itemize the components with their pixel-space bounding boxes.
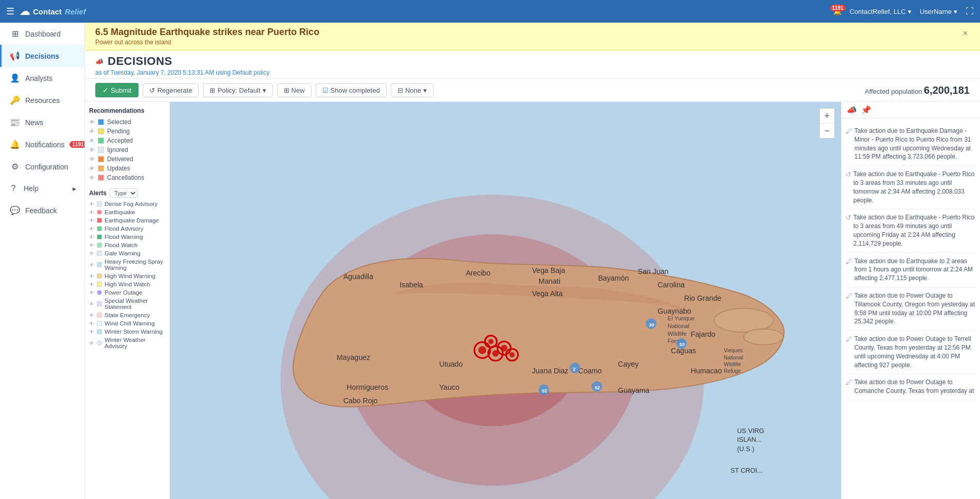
logo-relief-text: Relief [65, 7, 86, 16]
action-text: Take action due to Earthquake - Puerto R… [853, 213, 976, 248]
expand-icon[interactable]: ⛶ [966, 7, 974, 16]
legend-color [98, 119, 104, 125]
alert-close-button[interactable]: × [961, 27, 970, 40]
sidebar-item-decisions[interactable]: 📢 Decisions [0, 45, 84, 67]
sidebar-item-label: Analysts [25, 74, 53, 82]
sidebar-item-resources[interactable]: 🔑 Resources [0, 89, 84, 111]
svg-text:Guayama: Guayama [618, 386, 649, 394]
eye-icon: 👁 [89, 119, 95, 125]
alerts-type-select[interactable]: Type [110, 188, 137, 198]
svg-text:30: 30 [649, 322, 654, 328]
legend-color [98, 128, 104, 134]
alert-item[interactable]: 👁 Flood Advisory [89, 225, 165, 233]
alert-item[interactable]: 👁 Power Outage [89, 288, 165, 297]
news-icon: 📰 [10, 117, 20, 127]
alert-item[interactable]: 👁 Heavy Freezing Spray Warning [89, 257, 165, 272]
zoom-out-button[interactable]: − [820, 124, 834, 138]
policy-button[interactable]: ⊞ Policy: Default ▾ [203, 83, 272, 97]
legend-item[interactable]: 👁 Selected [89, 117, 165, 127]
svg-text:Bayamón: Bayamón [598, 274, 629, 282]
eye-icon: 👁 [89, 137, 95, 144]
hamburger-icon[interactable]: ☰ [6, 6, 14, 17]
eye-icon: 👁 [89, 226, 94, 232]
action-item: ↺ Take action due to Earthquake - Puerto… [846, 166, 976, 209]
alert-item[interactable]: 👁 High Wind Warning [89, 272, 165, 280]
alert-item[interactable]: 👁 Special Weather Statement [89, 297, 165, 311]
alert-item[interactable]: 👁 Earthquake [89, 208, 165, 216]
alert-item[interactable]: 👁 High Wind Watch [89, 280, 165, 288]
alert-item[interactable]: 👁 Dense Fog Advisory [89, 200, 165, 208]
legend-item[interactable]: 👁 Accepted [89, 136, 165, 145]
eye-icon: 👁 [89, 313, 94, 318]
svg-text:Vega Baja: Vega Baja [532, 266, 565, 274]
svg-text:US VIRG: US VIRG [737, 427, 764, 435]
alert-item[interactable]: 👁 Flood Watch [89, 241, 165, 249]
sidebar-item-news[interactable]: 📰 News [0, 111, 84, 133]
right-panel-content: 🖊 Take action due to Earthquake Damage -… [841, 118, 980, 499]
regenerate-button[interactable]: ↺ Regenerate [143, 83, 199, 97]
svg-text:Fajardo: Fajardo [691, 330, 715, 338]
alert-square [97, 321, 102, 326]
alert-label: Gale Warning [105, 250, 141, 256]
sidebar-item-dashboard[interactable]: ⊞ Dashboard [0, 23, 84, 45]
legend-item[interactable]: 👁 Updates [89, 164, 165, 173]
action-text: Take action due to Power Outage to Terre… [854, 335, 976, 369]
svg-text:53: 53 [679, 342, 684, 347]
alerts-header: Alerts Type [89, 188, 165, 198]
right-tab-pin[interactable]: 📌 [861, 105, 871, 115]
right-tab-announcements[interactable]: 📣 [847, 105, 857, 115]
action-icon: 🖊 [846, 378, 852, 387]
alert-item[interactable]: 👁 State Emergency [89, 311, 165, 319]
sidebar-item-configuration[interactable]: ⚙ Configuration [0, 156, 84, 178]
action-icon: ↺ [846, 170, 851, 179]
eye-icon: 👁 [89, 290, 94, 296]
none-button[interactable]: ⊟ None ▾ [391, 83, 434, 97]
notification-bell[interactable]: 🔔 1191 [833, 8, 841, 15]
user-selector[interactable]: UserName ▾ [920, 8, 957, 15]
sidebar-item-notifications[interactable]: 🔔 Notifications 1191 [0, 133, 84, 156]
eye-icon: 👁 [89, 128, 95, 134]
svg-text:Cayey: Cayey [618, 360, 639, 368]
legend-item[interactable]: 👁 Ignored [89, 145, 165, 154]
eye-icon: 👁 [89, 301, 94, 307]
legend-item[interactable]: 👁 Pending [89, 127, 165, 136]
org-selector[interactable]: ContactRelief, LLC ▾ [850, 8, 912, 15]
svg-text:National: National [667, 323, 689, 329]
svg-text:ISLAN...: ISLAN... [737, 436, 762, 443]
user-name: UserName [920, 8, 952, 15]
legend-item[interactable]: 👁 Cancellations [89, 173, 165, 182]
sidebar-item-analysts[interactable]: 👤 Analysts [0, 67, 84, 89]
alert-item[interactable]: 👁 Gale Warning [89, 249, 165, 257]
sidebar-item-feedback[interactable]: 💬 Feedback [0, 199, 84, 221]
alert-item[interactable]: 👁 Flood Warning [89, 233, 165, 241]
action-icon: 🖊 [846, 127, 852, 136]
topbar-left: ☰ ☁ ContactRelief [6, 5, 86, 18]
svg-point-7 [478, 346, 486, 354]
decisions-subtitle: as of Tuesday, January 7, 2020 5:13:31 A… [95, 69, 970, 76]
alert-item[interactable]: 👁 Wind Chill Warning [89, 319, 165, 328]
svg-text:Carolina: Carolina [658, 281, 685, 289]
new-button[interactable]: ⊞ New [277, 83, 312, 97]
decisions-title: DECISIONS [108, 55, 173, 68]
svg-text:Rio Grande: Rio Grande [684, 294, 721, 302]
legend-label: Accepted [107, 137, 133, 144]
eye-icon: 👁 [89, 243, 94, 248]
svg-text:2: 2 [573, 367, 576, 372]
zoom-in-button[interactable]: + [820, 109, 834, 123]
submit-button[interactable]: ✓ Submit [95, 83, 139, 97]
alert-item[interactable]: 👁 Winter Weather Advisory [89, 336, 165, 350]
logo-contact-text: Contact [33, 7, 62, 16]
alert-item[interactable]: 👁 Winter Storm Warning [89, 328, 165, 336]
svg-text:Coamo: Coamo [578, 367, 602, 375]
policy-dropdown-icon: ▾ [263, 87, 266, 94]
show-completed-button[interactable]: ☑ Show completed [316, 83, 387, 97]
sidebar-item-label: Decisions [25, 52, 59, 60]
alert-item[interactable]: 👁 Earthquake Damage [89, 216, 165, 225]
svg-text:Vieques: Vieques [724, 348, 743, 353]
svg-text:Cabo Rojo: Cabo Rojo [343, 397, 378, 405]
eye-icon: 👁 [89, 210, 94, 215]
legend-item[interactable]: 👁 Delivered [89, 154, 165, 164]
sidebar-item-help[interactable]: ? Help ▸ [0, 178, 84, 199]
decisions-timestamp: Tuesday, January 7, 2020 5:13:31 AM [110, 69, 214, 76]
alert-banner-content: 6.5 Magnitude Earthquake strikes near Pu… [95, 27, 961, 46]
